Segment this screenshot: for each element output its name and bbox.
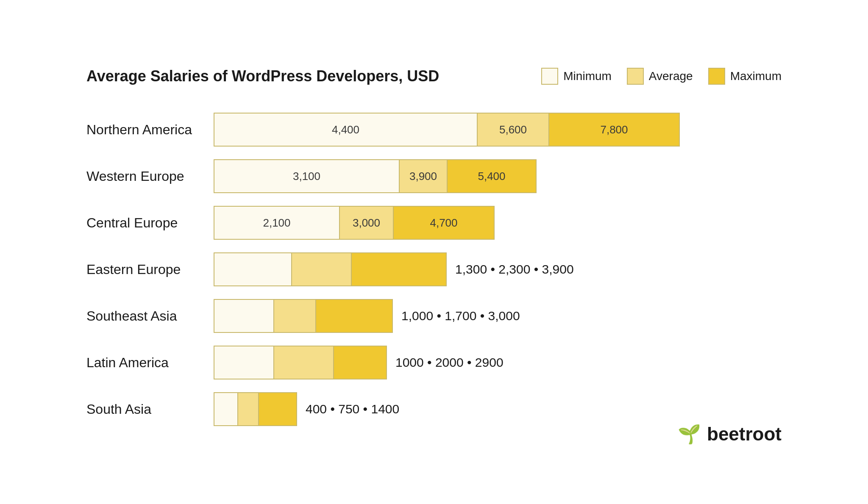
bar-min-southeast-asia <box>214 299 273 333</box>
legend-label-maximum: Maximum <box>730 69 782 83</box>
bars-container-eastern-europe <box>214 252 447 286</box>
bar-min-central-europe: 2,100 <box>214 206 339 240</box>
values-text-south-asia: 400 • 750 • 1400 <box>306 402 399 416</box>
values-text-southeast-asia: 1,000 • 1,700 • 3,000 <box>401 309 520 323</box>
bar-max-western-europe: 5,400 <box>447 159 537 193</box>
legend-box-average <box>627 68 644 85</box>
region-label-eastern-europe: Eastern Europe <box>86 262 214 277</box>
bar-min-eastern-europe <box>214 252 291 286</box>
bar-avg-eastern-europe <box>291 252 351 286</box>
bars-container-latin-america <box>214 346 387 379</box>
chart-header: Average Salaries of WordPress Developers… <box>86 67 782 85</box>
bars-container-south-asia <box>214 392 297 426</box>
chart-row-southeast-asia: Southeast Asia1,000 • 1,700 • 3,000 <box>86 297 782 335</box>
bar-avg-south-asia <box>237 392 258 426</box>
chart-container: Average Salaries of WordPress Developers… <box>53 42 815 462</box>
bar-max-southeast-asia <box>315 299 393 333</box>
chart-row-western-europe: Western Europe3,1003,9005,400 <box>86 157 782 195</box>
bar-max-northern-america: 7,800 <box>548 113 680 147</box>
region-label-central-europe: Central Europe <box>86 215 214 231</box>
legend-box-minimum <box>541 68 558 85</box>
bar-avg-latin-america <box>273 346 333 379</box>
legend-item-maximum: Maximum <box>708 68 782 85</box>
chart-row-south-asia: South Asia400 • 750 • 1400 <box>86 390 782 428</box>
chart-legend: Minimum Average Maximum <box>541 68 782 85</box>
bar-avg-central-europe: 3,000 <box>339 206 393 240</box>
bar-max-south-asia <box>258 392 297 426</box>
legend-item-minimum: Minimum <box>541 68 612 85</box>
chart-row-northern-america: Northern America4,4005,6007,800 <box>86 111 782 149</box>
bars-container-northern-america: 4,4005,6007,800 <box>214 113 680 147</box>
region-label-south-asia: South Asia <box>86 402 214 417</box>
chart-rows: Northern America4,4005,6007,800Western E… <box>86 111 782 437</box>
bar-max-latin-america <box>333 346 387 379</box>
region-label-western-europe: Western Europe <box>86 169 214 184</box>
bars-container-central-europe: 2,1003,0004,700 <box>214 206 495 240</box>
legend-label-minimum: Minimum <box>563 69 612 83</box>
region-label-northern-america: Northern America <box>86 122 214 138</box>
legend-item-average: Average <box>627 68 693 85</box>
bar-min-latin-america <box>214 346 273 379</box>
chart-row-central-europe: Central Europe2,1003,0004,700 <box>86 204 782 242</box>
bar-min-western-europe: 3,100 <box>214 159 399 193</box>
chart-row-eastern-europe: Eastern Europe1,300 • 2,300 • 3,900 <box>86 250 782 288</box>
bar-max-central-europe: 4,700 <box>393 206 495 240</box>
bar-min-northern-america: 4,400 <box>214 113 477 147</box>
beetroot-logo: 🌱 beetroot <box>678 423 782 445</box>
legend-label-average: Average <box>649 69 693 83</box>
beetroot-icon: 🌱 <box>678 423 701 445</box>
values-text-latin-america: 1000 • 2000 • 2900 <box>395 355 504 370</box>
bar-avg-northern-america: 5,600 <box>477 113 548 147</box>
bars-container-western-europe: 3,1003,9005,400 <box>214 159 537 193</box>
chart-title: Average Salaries of WordPress Developers… <box>86 67 439 85</box>
bar-avg-western-europe: 3,900 <box>399 159 447 193</box>
beetroot-brand-name: beetroot <box>707 424 782 445</box>
bars-container-southeast-asia <box>214 299 393 333</box>
bar-avg-southeast-asia <box>273 299 315 333</box>
legend-box-maximum <box>708 68 725 85</box>
region-label-latin-america: Latin America <box>86 355 214 371</box>
chart-row-latin-america: Latin America1000 • 2000 • 2900 <box>86 343 782 382</box>
values-text-eastern-europe: 1,300 • 2,300 • 3,900 <box>455 262 574 277</box>
bar-max-eastern-europe <box>351 252 447 286</box>
region-label-southeast-asia: Southeast Asia <box>86 308 214 324</box>
bar-min-south-asia <box>214 392 237 426</box>
